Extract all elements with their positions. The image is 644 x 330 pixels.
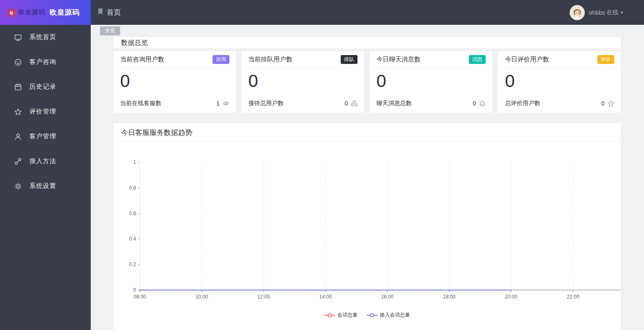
logo[interactable]: N 欧皇源码 欧皇源码	[0, 0, 91, 25]
sidebar-item-settings[interactable]: 系统设置	[0, 174, 91, 198]
svg-text:08:00: 08:00	[134, 294, 146, 300]
legend-marker-icon	[367, 313, 378, 318]
stat-card-messages: 今日聊天消息数 消息 0 聊天消息总数 0	[370, 51, 492, 113]
stat-sub-label: 聊天消息总数	[376, 100, 412, 107]
svg-text:14:00: 14:00	[319, 294, 332, 300]
sidebar-label: 历史记录	[29, 83, 56, 91]
stat-card-consulting: 当前咨询用户数 咨询 0 当前在线客服数 1	[113, 51, 236, 113]
svg-text:20:00: 20:00	[505, 294, 518, 300]
sidebar-label: 客户咨询	[29, 58, 56, 66]
sidebar-item-ratings[interactable]: 评价管理	[0, 99, 91, 124]
svg-text:0.2: 0.2	[129, 261, 136, 267]
sidebar-item-consult[interactable]: 客户咨询	[0, 50, 91, 74]
sidebar-item-integration[interactable]: 接入方法	[0, 149, 91, 174]
sidebar-item-customers[interactable]: 客户管理	[0, 124, 91, 149]
topbar: N 欧皇源码 欧皇源码 首页	[0, 0, 644, 25]
sidebar-nav: 系统首页 客户咨询 历史记录 评价管理 客户管理	[0, 25, 91, 330]
smiley-icon	[14, 58, 22, 66]
svg-text:16:00: 16:00	[381, 294, 394, 300]
status-badge: 评价	[597, 55, 614, 64]
stat-sub-label: 接待总用户数	[248, 100, 284, 107]
legend-label: 会话总量	[337, 312, 357, 319]
stat-sub-value: 0	[344, 100, 348, 107]
legend-item[interactable]: 接入会话总量	[367, 312, 410, 319]
gear-icon	[14, 182, 22, 190]
sidebar-label: 评价管理	[29, 108, 56, 116]
user-icon	[14, 133, 22, 140]
stat-sub-value: 0	[473, 100, 476, 107]
monitor-icon	[14, 34, 22, 41]
stat-title: 今日聊天消息数	[376, 55, 421, 63]
trend-chart: 00.20.40.60.8108:0010:0012:0014:0016:001…	[113, 142, 621, 330]
svg-text:0.4: 0.4	[129, 236, 136, 242]
avatar[interactable]	[570, 5, 585, 20]
username: ohbbs	[589, 9, 605, 16]
stat-sub-label: 当前在线客服数	[120, 100, 161, 107]
svg-text:22:00: 22:00	[567, 294, 579, 300]
sidebar-label: 系统设置	[29, 182, 56, 190]
logo-n-icon: N	[5, 6, 18, 19]
star-icon	[607, 100, 614, 107]
trend-chart-card: 今日客服服务数据趋势 00.20.40.60.8108:0010:0012:00…	[113, 123, 621, 330]
svg-text:N: N	[10, 11, 13, 15]
breadcrumb-label: 首页	[107, 8, 121, 17]
stat-title: 今日评价用户数	[505, 55, 549, 63]
page: N 欧皇源码 欧皇源码 首页	[0, 0, 644, 330]
bell-icon	[479, 100, 486, 107]
sidebar-item-home[interactable]: 系统首页	[0, 25, 91, 50]
online-status: 在线	[607, 9, 618, 16]
link-icon	[14, 158, 22, 165]
stat-title: 当前咨询用户数	[120, 55, 164, 63]
breadcrumb-home[interactable]: 首页	[97, 0, 121, 25]
brand-title: 欧皇源码	[50, 8, 80, 17]
logo-text: 欧皇源码	[18, 8, 45, 16]
svg-text:10:00: 10:00	[195, 294, 208, 300]
status-badge: 消息	[469, 55, 486, 64]
tab-home[interactable]: 首页	[100, 26, 120, 35]
svg-text:0.6: 0.6	[129, 211, 136, 216]
svg-text:12:00: 12:00	[258, 294, 270, 300]
star-icon	[14, 108, 22, 116]
stat-sub-value: 0	[601, 100, 605, 107]
stat-value: 0	[113, 68, 236, 90]
stat-card-ratings: 今日评价用户数 评价 0 总评价用户数 0	[498, 51, 621, 113]
svg-text:0.8: 0.8	[129, 185, 136, 191]
stat-sub-value: 1	[216, 100, 220, 107]
status-badge: 咨询	[213, 55, 229, 64]
user-menu[interactable]: ohbbs 在线 ▼	[570, 0, 624, 25]
stat-sub-label: 总评价用户数	[505, 100, 540, 107]
overview-title: 数据总览	[113, 37, 621, 49]
calendar-icon	[14, 83, 22, 91]
svg-text:18:00: 18:00	[443, 294, 455, 300]
stat-title: 当前排队用户数	[248, 55, 292, 63]
chart-legend: 会话总量接入会话总量	[113, 312, 621, 319]
legend-item[interactable]: 会话总量	[324, 312, 357, 319]
svg-text:1: 1	[133, 159, 136, 165]
stat-value: 0	[242, 68, 364, 90]
sidebar-label: 接入方法	[29, 157, 56, 165]
stat-value: 0	[498, 68, 621, 90]
sidebar-item-history[interactable]: 历史记录	[0, 74, 91, 99]
username-status[interactable]: ohbbs 在线 ▼	[589, 9, 624, 16]
legend-marker-icon	[324, 313, 335, 318]
sidebar-label: 客户管理	[29, 132, 56, 140]
group-icon	[351, 100, 357, 107]
chart-title: 今日客服服务数据趋势	[113, 123, 621, 142]
chevron-down-icon: ▼	[620, 11, 624, 15]
legend-label: 接入会话总量	[380, 312, 410, 319]
svg-text:0: 0	[133, 287, 136, 293]
sidebar-label: 系统首页	[29, 33, 56, 41]
stat-card-queue: 当前排队用户数 排队 0 接待总用户数 0	[242, 51, 364, 113]
status-badge: 排队	[341, 55, 357, 64]
eye-icon	[223, 100, 229, 107]
bookmark-icon	[97, 8, 103, 17]
stat-value: 0	[370, 68, 492, 90]
